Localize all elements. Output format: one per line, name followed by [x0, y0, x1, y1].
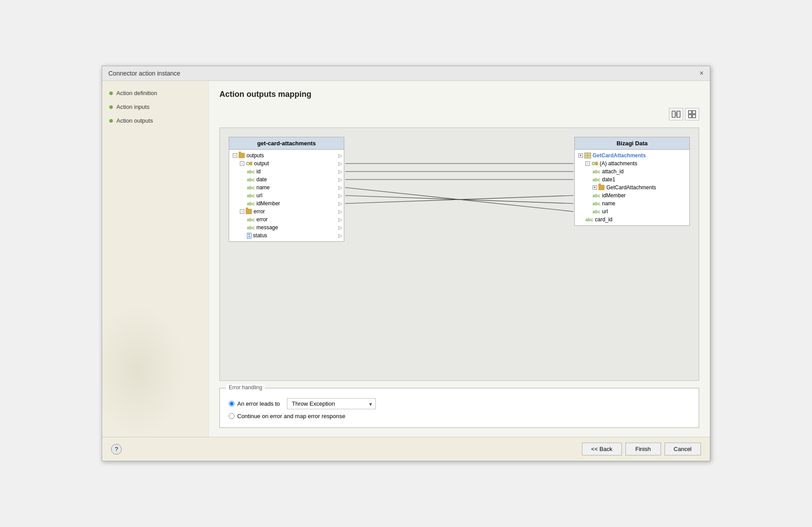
radio-continue-on-error[interactable]: Continue on error and map error response	[229, 413, 346, 419]
error-row-2: Continue on error and map error response	[229, 413, 690, 419]
error-handling-legend: Error handling	[226, 384, 265, 391]
row-label: outputs	[247, 152, 264, 159]
expand-icon[interactable]: +	[578, 153, 583, 158]
arrow-right-icon: ▷	[338, 217, 342, 223]
svg-point-12	[247, 162, 249, 165]
arrow-right-icon: ▷	[338, 169, 342, 175]
abc-icon: abc	[247, 177, 255, 182]
mapping-view-btn[interactable]	[669, 108, 683, 120]
row-label: idMember	[602, 192, 625, 199]
tree-row: abc card_id	[575, 216, 689, 224]
back-button[interactable]: << Back	[582, 443, 622, 455]
svg-point-23	[592, 162, 595, 165]
cancel-button[interactable]: Cancel	[665, 443, 701, 455]
tree-row: abc message ▷	[229, 224, 344, 232]
throw-exception-dropdown[interactable]: Throw Exception Continue	[287, 398, 376, 409]
right-tree-body: + GetCardAttachments	[575, 150, 689, 225]
tree-row: - output ▷	[229, 160, 344, 168]
expand-icon[interactable]: +	[593, 185, 597, 190]
chain-folder-icon	[246, 160, 253, 167]
expand-icon[interactable]: -	[240, 209, 244, 214]
dot-icon	[109, 105, 113, 109]
row-label: error	[254, 208, 265, 215]
row-label: message	[256, 224, 278, 231]
grid-view-btn[interactable]	[685, 108, 699, 120]
footer-right: << Back Finish Cancel	[582, 443, 701, 455]
tree-row: abc id ▷	[229, 168, 344, 176]
svg-line-19	[345, 196, 573, 204]
expand-icon[interactable]: -	[233, 153, 237, 158]
content-area: Action outputs mapping	[209, 81, 710, 437]
arrow-right-icon: ▷	[338, 233, 342, 239]
row-label: error	[256, 216, 267, 223]
grid-icon	[688, 110, 696, 118]
tree-row: - outputs ▷	[229, 152, 344, 160]
tree-row: abc name	[575, 200, 689, 208]
tree-row: abc url	[575, 208, 689, 216]
sidebar-item-action-outputs[interactable]: Action outputs	[109, 117, 201, 124]
tree-row: 1 status ▷	[229, 232, 344, 240]
table-icon	[584, 152, 591, 159]
sidebar-item-label: Action definition	[116, 90, 157, 96]
svg-line-18	[345, 196, 573, 204]
svg-rect-0	[672, 111, 675, 117]
abc-icon: abc	[247, 193, 255, 198]
finish-button[interactable]: Finish	[625, 443, 661, 455]
abc-icon: abc	[593, 169, 600, 174]
expand-icon[interactable]: -	[585, 161, 590, 166]
left-tree-header: get-card-attachments	[229, 137, 344, 150]
radio-continue-on-error-input[interactable]	[229, 413, 235, 419]
radio-error-leads-to-input[interactable]	[229, 401, 235, 407]
svg-rect-1	[677, 111, 680, 117]
row-label: idMember	[256, 200, 280, 207]
throw-exception-dropdown-wrap: Throw Exception Continue	[287, 398, 376, 409]
radio-continue-label: Continue on error and map error response	[237, 413, 346, 419]
row-label: GetCardAttachments	[606, 184, 656, 191]
svg-rect-13	[250, 162, 252, 165]
row-label: GetCardAttachments	[593, 152, 646, 159]
row-label: status	[253, 232, 267, 239]
abc-icon: abc	[593, 201, 600, 206]
tree-row: abc error ▷	[229, 216, 344, 224]
sidebar: Action definition Action inputs Action o…	[102, 81, 209, 437]
tree-row: abc name ▷	[229, 184, 344, 192]
abc-icon: abc	[593, 193, 600, 198]
sidebar-item-label: Action inputs	[116, 104, 149, 110]
svg-rect-10	[689, 115, 692, 118]
dialog-title: Connector action instance	[108, 70, 180, 77]
svg-rect-8	[689, 111, 692, 114]
row-label: name	[256, 184, 270, 191]
svg-rect-24	[595, 162, 598, 165]
abc-icon: abc	[247, 217, 255, 222]
row-label: date1	[602, 176, 615, 183]
row-label: date	[256, 176, 267, 183]
mapping-inner: get-card-attachments - outputs ▷	[229, 137, 690, 323]
arrow-right-icon: ▷	[338, 193, 342, 199]
abc-icon: abc	[593, 209, 600, 214]
dot-icon	[109, 119, 113, 123]
sidebar-item-action-definition[interactable]: Action definition	[109, 90, 201, 96]
help-button[interactable]: ?	[111, 444, 122, 455]
sidebar-item-label: Action outputs	[116, 117, 153, 124]
arrow-right-icon: ▷	[338, 177, 342, 183]
page-title: Action outputs mapping	[219, 90, 699, 99]
left-tree: get-card-attachments - outputs ▷	[229, 137, 344, 242]
close-button[interactable]: ×	[700, 70, 704, 77]
arrow-right-icon: ▷	[338, 201, 342, 207]
tree-row: abc idMember ▷	[229, 200, 344, 208]
dot-icon	[109, 92, 113, 95]
tree-row: + GetCardAttachments	[575, 184, 689, 192]
expand-icon[interactable]: -	[240, 161, 244, 166]
chain-folder-icon	[591, 160, 598, 167]
radio-error-leads-to[interactable]: An error leads to	[229, 400, 280, 407]
dialog: Connector action instance × Action defin…	[102, 66, 710, 461]
row-label: id	[256, 168, 260, 175]
sidebar-item-action-inputs[interactable]: Action inputs	[109, 104, 201, 110]
svg-line-17	[345, 188, 573, 212]
abc-icon: abc	[247, 169, 255, 174]
row-label: name	[602, 200, 615, 207]
arrow-right-icon: ▷	[338, 185, 342, 191]
abc-icon: abc	[247, 225, 255, 230]
title-bar: Connector action instance ×	[102, 66, 710, 81]
arrow-right-icon: ▷	[338, 153, 342, 159]
